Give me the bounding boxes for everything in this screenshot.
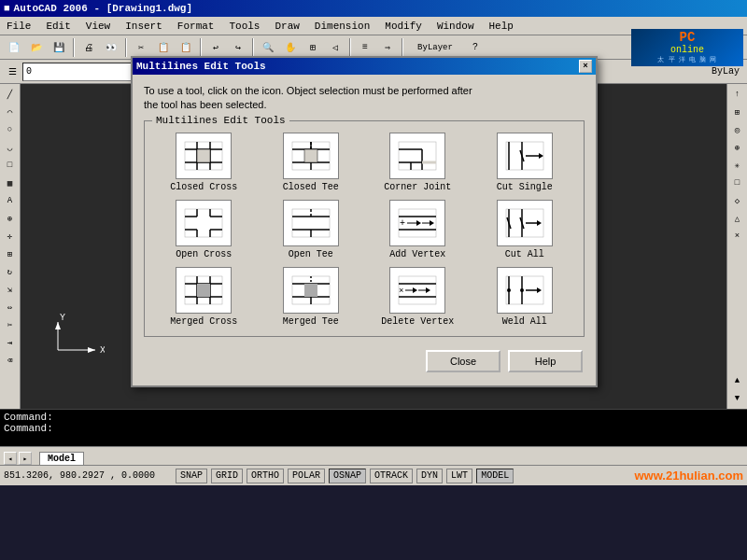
text-tool[interactable]: A: [2, 192, 19, 209]
command-area[interactable]: Command: Command:: [0, 409, 747, 446]
tool-delete-vertex[interactable]: × Delete Vertex: [368, 267, 468, 327]
hatch-tool[interactable]: ▦: [2, 175, 19, 191]
add-vertex-icon[interactable]: +: [389, 200, 445, 246]
corner-joint-icon[interactable]: [389, 133, 445, 179]
menu-edit[interactable]: Edit: [43, 20, 73, 33]
right-btn-7[interactable]: ◇: [729, 192, 746, 209]
cut-single-icon[interactable]: [497, 133, 553, 179]
insert-block-tool[interactable]: ⊕: [2, 210, 19, 227]
menu-insert[interactable]: Insert: [122, 20, 165, 33]
menu-window[interactable]: Window: [434, 20, 477, 33]
merged-tee-icon[interactable]: [283, 267, 339, 314]
matchprop-btn[interactable]: ⇒: [377, 37, 398, 58]
rect-tool[interactable]: □: [2, 157, 19, 174]
help-button[interactable]: Help: [508, 350, 583, 372]
model-btn[interactable]: MODEL: [476, 469, 514, 483]
tool-closed-cross[interactable]: Closed Cross: [154, 133, 254, 192]
polar-btn[interactable]: POLAR: [288, 469, 325, 483]
zoom-all-btn[interactable]: ⊞: [303, 37, 323, 58]
copy-tool[interactable]: ⊞: [2, 245, 19, 262]
tab-model[interactable]: Model: [39, 452, 84, 465]
menu-view[interactable]: View: [83, 20, 113, 33]
zoom-prev-btn[interactable]: ◁: [325, 37, 345, 58]
menu-format[interactable]: Format: [175, 20, 218, 33]
cut-all-icon[interactable]: [497, 200, 553, 246]
menu-file[interactable]: File: [4, 20, 34, 33]
line-tool[interactable]: ╱: [2, 86, 19, 103]
arc-tool[interactable]: ◡: [2, 139, 19, 156]
polyline-tool[interactable]: ⌒: [2, 104, 19, 120]
open-tee-icon[interactable]: [283, 200, 339, 246]
lwt-btn[interactable]: LWT: [446, 469, 472, 483]
right-btn-2[interactable]: ⊞: [729, 104, 746, 120]
dialog-close-button[interactable]: ×: [579, 60, 592, 73]
tab-scroll-left[interactable]: ◂: [4, 452, 17, 465]
delete-vertex-icon[interactable]: ×: [389, 267, 445, 314]
trim-tool[interactable]: ✂: [2, 316, 19, 333]
right-btn-9[interactable]: ×: [729, 228, 746, 245]
tool-cut-single[interactable]: Cut Single: [475, 133, 575, 192]
open-cross-icon[interactable]: [176, 200, 232, 246]
print-btn[interactable]: 🖨: [78, 37, 99, 58]
closed-cross-icon[interactable]: [176, 133, 232, 179]
right-btn-3[interactable]: ◎: [729, 121, 746, 138]
paste-btn[interactable]: 📋: [176, 37, 196, 58]
tool-merged-cross[interactable]: Merged Cross: [154, 267, 254, 327]
redo-btn[interactable]: ↪: [228, 37, 248, 58]
layer-selector[interactable]: 0: [22, 63, 134, 81]
right-btn-4[interactable]: ⊕: [729, 139, 746, 156]
grid-btn[interactable]: GRID: [211, 469, 243, 483]
closed-tee-icon[interactable]: [283, 133, 339, 179]
tool-open-cross[interactable]: Open Cross: [154, 200, 254, 259]
snap-btn[interactable]: SNAP: [176, 469, 207, 483]
menu-draw[interactable]: Draw: [272, 20, 302, 33]
extend-tool[interactable]: ⇥: [2, 334, 19, 351]
close-button[interactable]: Close: [426, 350, 500, 372]
zoom-btn[interactable]: 🔍: [258, 37, 278, 58]
osnap-btn[interactable]: OSNAP: [329, 469, 366, 483]
right-scroll-down[interactable]: ▼: [729, 390, 746, 407]
undo-btn[interactable]: ↩: [205, 37, 226, 58]
layer-btn[interactable]: ☰: [4, 62, 21, 82]
tool-merged-tee[interactable]: Merged Tee: [261, 267, 361, 327]
mirror-tool[interactable]: ⇔: [2, 299, 19, 315]
tab-scroll-right[interactable]: ▸: [19, 452, 32, 465]
otrack-btn[interactable]: OTRACK: [370, 469, 413, 483]
right-btn-8[interactable]: △: [729, 210, 746, 227]
save-btn[interactable]: 💾: [49, 37, 69, 58]
right-btn-1[interactable]: ↑: [729, 86, 746, 103]
bylayer-btn[interactable]: ByLayer: [407, 37, 463, 58]
menu-dimension[interactable]: Dimension: [312, 20, 373, 33]
pan-btn[interactable]: ✋: [280, 37, 301, 58]
move-tool[interactable]: ✛: [2, 228, 19, 245]
erase-tool[interactable]: ⌫: [2, 352, 19, 369]
circle-tool[interactable]: ○: [2, 121, 19, 138]
tool-weld-all[interactable]: Weld All: [475, 267, 575, 327]
new-btn[interactable]: 📄: [4, 37, 24, 58]
right-scroll-up[interactable]: ▲: [729, 372, 746, 389]
preview-btn[interactable]: 👀: [101, 37, 121, 58]
weld-all-icon[interactable]: [497, 267, 553, 314]
tool-corner-joint[interactable]: Corner Joint: [368, 133, 468, 192]
menu-tools[interactable]: Tools: [226, 20, 262, 33]
scale-tool[interactable]: ⇲: [2, 281, 19, 298]
menu-help[interactable]: Help: [486, 20, 516, 33]
properties-btn[interactable]: ≡: [355, 37, 375, 58]
tool-closed-tee[interactable]: Closed Tee: [261, 133, 361, 192]
tool-add-vertex[interactable]: + Add Vertex: [368, 200, 468, 259]
rotate-tool[interactable]: ↻: [2, 263, 19, 280]
cut-btn[interactable]: ✂: [131, 37, 151, 58]
tool-open-tee[interactable]: Open Tee: [261, 200, 361, 259]
help-btn[interactable]: ?: [465, 37, 486, 58]
tool-cut-all[interactable]: Cut All: [475, 200, 575, 259]
merged-cross-icon[interactable]: [176, 267, 232, 314]
open-btn[interactable]: 📂: [26, 37, 47, 58]
ortho-btn[interactable]: ORTHO: [247, 469, 284, 483]
layer-right-label: ByLay: [712, 66, 743, 77]
status-bar: 851.3206, 980.2927 , 0.0000 SNAP GRID OR…: [0, 465, 747, 485]
right-btn-6[interactable]: □: [729, 175, 746, 191]
right-btn-5[interactable]: ✳: [729, 157, 746, 174]
menu-modify[interactable]: Modify: [382, 20, 425, 33]
copy-btn[interactable]: 📋: [153, 37, 174, 58]
dyn-btn[interactable]: DYN: [416, 469, 443, 483]
